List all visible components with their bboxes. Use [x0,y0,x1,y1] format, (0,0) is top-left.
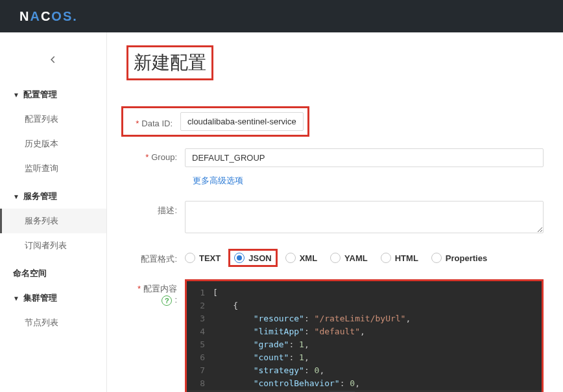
line-content: "limitApp": "default", [213,325,542,338]
advanced-link-row: 更多高级选项 [126,175,544,187]
advanced-options-link[interactable]: 更多高级选项 [193,176,243,185]
line-number: 6 [187,351,213,364]
logo-dot: . [73,9,78,23]
line-number: 4 [187,325,213,338]
sidebar-item[interactable]: 节点列表 [0,310,106,335]
logo-part: C [41,9,51,23]
logo: NACOS. [19,9,78,24]
data-id-input[interactable] [180,112,304,131]
caret-down-icon: ▼ [13,295,19,302]
menu-group-label: 配置管理 [23,89,57,100]
format-radio-group: TEXTJSONXMLYAMLHTMLProperties [185,249,544,264]
code-editor[interactable]: 1[2 {3 "resource": "/rateLimit/byUrl",4 … [185,279,544,392]
sidebar-item[interactable]: 命名空间 [0,261,106,286]
radio-circle-icon [431,253,442,263]
logo-part: OS [51,9,73,23]
caret-down-icon: ▼ [13,91,19,98]
sidebar-item[interactable]: 服务列表 [0,209,106,233]
format-row: 配置格式: TEXTJSONXMLYAMLHTMLProperties [126,249,544,265]
format-radio-text[interactable]: TEXT [185,253,221,263]
menu-group-label: 集群管理 [23,292,57,304]
menu-group-label: 服务管理 [23,190,57,202]
content-label: *配置内容 ?: [126,279,185,306]
label-text: Data ID: [141,119,173,128]
radio-circle-icon [381,253,391,263]
app-header: NACOS. [0,0,563,32]
description-textarea[interactable] [185,201,544,233]
code-line: 1[ [187,286,542,299]
radio-circle-icon [285,253,296,263]
line-content: [ [213,286,542,299]
code-line: 2 { [187,299,542,312]
format-radio-html[interactable]: HTML [381,253,418,263]
line-content: { [213,299,542,312]
group-label: *Group: [126,148,185,162]
main-content: 新建配置 *Data ID: *Group: 更多高级选项 描述: 配置格 [107,32,563,392]
format-radio-xml[interactable]: XML [285,253,317,263]
format-radio-json[interactable]: JSON [228,249,277,267]
radio-label: Properties [446,253,487,263]
sidebar-item[interactable]: 历史版本 [0,132,106,156]
radio-circle-icon [234,253,245,263]
line-number: 3 [187,312,213,325]
radio-circle-icon [185,253,195,263]
radio-label: XML [300,253,317,263]
logo-part: N [19,9,30,23]
description-row: 描述: [126,201,544,235]
sidebar-item[interactable]: 监听查询 [0,156,106,181]
group-input[interactable] [185,148,544,167]
label-text: 配置内容 [143,284,177,294]
menu-group: ▼服务管理服务列表订阅者列表 [0,184,106,258]
code-line: 8 "controlBehavior": 0, [187,377,542,390]
radio-label: TEXT [199,253,221,263]
radio-label: JSON [248,253,271,263]
back-button[interactable] [0,45,106,82]
radio-label: HTML [395,253,418,263]
content-row: *配置内容 ?: 1[2 {3 "resource": "/rateLimit/… [126,279,544,392]
line-number: 2 [187,299,213,312]
menu-group: ▼集群管理节点列表 [0,286,106,335]
format-label: 配置格式: [126,249,185,265]
code-line: 4 "limitApp": "default", [187,325,542,338]
line-number: 8 [187,377,213,390]
sidebar-item[interactable]: 配置列表 [0,107,106,132]
code-line: 3 "resource": "/rateLimit/byUrl", [187,312,542,325]
label-colon: : [174,295,177,305]
sidebar: ▼配置管理配置列表历史版本监听查询▼服务管理服务列表订阅者列表命名空间▼集群管理… [0,32,107,392]
line-content: "count": 1, [213,351,542,364]
line-content: "grade": 1, [213,338,542,351]
menu-group: ▼配置管理配置列表历史版本监听查询 [0,82,106,181]
data-id-label: *Data ID: [127,115,180,128]
sidebar-item[interactable]: 订阅者列表 [0,233,106,258]
logo-part: A [30,9,40,23]
line-number: 7 [187,364,213,377]
caret-down-icon: ▼ [13,193,19,200]
page-title: 新建配置 [126,45,213,80]
menu-group-title[interactable]: ▼集群管理 [0,286,106,310]
group-row: *Group: [126,148,544,167]
menu-group-title[interactable]: ▼配置管理 [0,82,106,107]
radio-circle-icon [330,253,341,263]
line-number: 1 [187,286,213,299]
line-number: 5 [187,338,213,351]
format-radio-yaml[interactable]: YAML [330,253,368,263]
label-text: Group: [151,152,177,162]
data-id-row: *Data ID: [121,106,309,137]
format-radio-properties[interactable]: Properties [431,253,487,263]
line-content: "strategy": 0, [213,364,542,377]
code-line: 7 "strategy": 0, [187,364,542,377]
menu-group-title[interactable]: ▼服务管理 [0,184,106,209]
line-content: "resource": "/rateLimit/byUrl", [213,312,542,325]
chevron-left-icon [49,55,58,64]
help-icon[interactable]: ? [162,295,172,306]
line-content: "controlBehavior": 0, [213,377,542,390]
description-label: 描述: [126,201,185,216]
code-line: 5 "grade": 1, [187,338,542,351]
radio-label: YAML [344,253,368,263]
code-line: 6 "count": 1, [187,351,542,364]
